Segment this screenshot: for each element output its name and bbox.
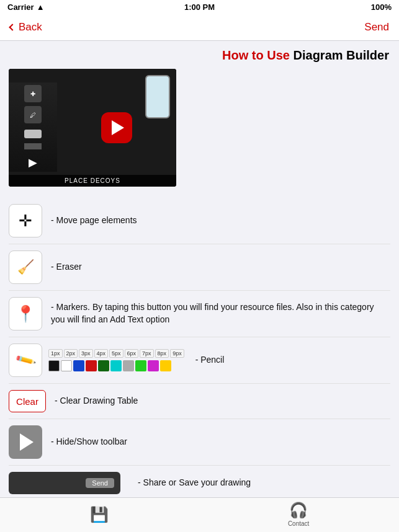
toolbar-icon-1: ✚ — [24, 85, 42, 102]
marker-icon-box: 📍 — [9, 297, 42, 330]
eraser-icon-box: 🧹 — [9, 250, 42, 284]
feature-eraser: 🧹 - Eraser — [9, 244, 390, 291]
toolbar-slider — [24, 130, 42, 138]
size-8px[interactable]: 8px — [155, 349, 169, 358]
feature-hide-show: - Hide/Show toolbar — [9, 419, 390, 466]
play-button[interactable] — [101, 112, 132, 143]
eraser-text: - Eraser — [51, 261, 82, 273]
send-button[interactable]: Send — [364, 21, 389, 33]
toolbar-bar — [24, 143, 42, 149]
color-swatches — [48, 360, 184, 371]
swatch-green[interactable] — [135, 360, 146, 371]
share-text: - Share or Save your drawing — [138, 477, 251, 489]
page-title-rest: Diagram Builder — [290, 48, 389, 62]
back-label: Back — [19, 21, 42, 33]
headphone-icon: 🎧 — [289, 502, 308, 519]
hide-show-text: - Hide/Show toolbar — [51, 436, 127, 448]
toolbar-icon-2: 🖊 — [24, 106, 42, 123]
share-bar: Send — [9, 472, 120, 494]
wifi-icon: ▲ — [37, 2, 45, 12]
clear-button[interactable]: Clear — [9, 390, 46, 412]
video-thumbnail[interactable]: Specklebelly Goose Diagram ... ➤ ✚ 🖊 ▶ ✦… — [9, 69, 176, 187]
swatch-black[interactable] — [48, 360, 60, 371]
move-text: - Move page elements — [51, 215, 137, 227]
clear-text: - Clear Drawing Table — [55, 395, 138, 407]
swatch-darkgreen[interactable] — [98, 360, 109, 371]
markers-text: - Markers. By taping this button you wil… — [51, 301, 390, 326]
video-content: ✚ 🖊 ▶ ✦ ✦ ✦ — [9, 69, 176, 187]
size-6px[interactable]: 6px — [125, 349, 139, 358]
status-time: 1:00 PM — [184, 2, 215, 12]
tab-bar: 💾 🎧 Contact — [0, 497, 399, 532]
swatch-red[interactable] — [86, 360, 97, 371]
size-5px[interactable]: 5px — [109, 349, 123, 358]
marker-icon: 📍 — [16, 304, 35, 324]
feature-markers: 📍 - Markers. By taping this button you w… — [9, 291, 390, 337]
share-send-button[interactable]: Send — [86, 478, 114, 488]
swatch-yellow[interactable] — [160, 360, 171, 371]
video-main: ✦ ✦ ✦ — [57, 69, 176, 187]
size-1px[interactable]: 1px — [48, 349, 63, 358]
swatch-gray[interactable] — [123, 360, 134, 371]
carrier-label: Carrier — [7, 2, 34, 12]
battery-label: 100% — [371, 2, 392, 12]
pencil-controls: 1px 2px 3px 4px 5px 6px 7px 8px 9px — [48, 349, 184, 371]
content-area: Specklebelly Goose Diagram ... ➤ ✚ 🖊 ▶ ✦… — [0, 69, 399, 532]
tab-save[interactable]: 💾 — [90, 506, 109, 523]
nav-bar: Back Send — [0, 14, 399, 41]
pencil-icon-box: ✏️ — [9, 344, 42, 377]
swatch-white[interactable] — [61, 360, 72, 371]
feature-pencil: ✏️ 1px 2px 3px 4px 5px 6px 7px 8px 9px — [9, 337, 390, 384]
size-9px[interactable]: 9px — [170, 349, 184, 358]
chevron-left-icon — [9, 24, 16, 30]
tab-contact[interactable]: 🎧 Contact — [288, 502, 309, 527]
status-left: Carrier ▲ — [7, 2, 45, 12]
eraser-icon: 🧹 — [17, 259, 34, 275]
pencil-sizes: 1px 2px 3px 4px 5px 6px 7px 8px 9px — [48, 349, 184, 358]
status-bar: Carrier ▲ 1:00 PM 100% — [0, 0, 399, 14]
feature-clear: Clear - Clear Drawing Table — [9, 384, 390, 419]
hide-show-icon — [9, 425, 42, 459]
swatch-magenta[interactable] — [148, 360, 159, 371]
size-4px[interactable]: 4px — [94, 349, 109, 358]
contact-label: Contact — [288, 520, 309, 527]
page-title-how: How to Use — [222, 48, 290, 62]
phone-preview — [145, 75, 170, 118]
feature-share: Send - Share or Save your drawing — [9, 466, 390, 500]
back-button[interactable]: Back — [10, 21, 42, 33]
swatch-blue[interactable] — [73, 360, 84, 371]
toolbar-icon-3: ▶ — [29, 156, 37, 169]
save-icon: 💾 — [90, 506, 109, 523]
size-3px[interactable]: 3px — [79, 349, 93, 358]
size-7px[interactable]: 7px — [140, 349, 154, 358]
swatch-cyan[interactable] — [110, 360, 122, 371]
pencil-icon: ✏️ — [14, 349, 37, 371]
size-2px[interactable]: 2px — [64, 349, 78, 358]
video-bottom-bar: PLACE DECOYS — [9, 175, 176, 187]
page-title: How to Use Diagram Builder — [0, 41, 399, 69]
move-icon-box: ✛ — [9, 204, 42, 237]
move-icon: ✛ — [19, 211, 32, 231]
feature-move: ✛ - Move page elements — [9, 198, 390, 244]
pencil-text: - Pencil — [195, 354, 225, 366]
video-sidebar: ✚ 🖊 ▶ — [9, 82, 57, 172]
